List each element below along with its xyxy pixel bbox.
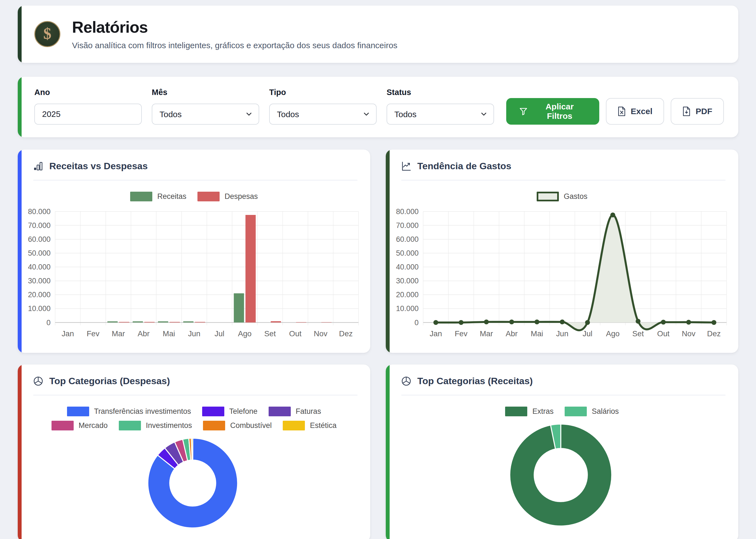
legend-swatch xyxy=(268,407,291,416)
svg-text:Nov: Nov xyxy=(314,329,327,338)
svg-text:80.000: 80.000 xyxy=(28,207,51,216)
svg-text:Set: Set xyxy=(632,329,644,338)
legend-swatch xyxy=(119,421,141,430)
status-select[interactable]: Todos xyxy=(387,104,494,125)
legend-swatch xyxy=(203,421,225,430)
svg-text:Ago: Ago xyxy=(606,329,620,338)
year-field-group: Ano xyxy=(34,88,142,125)
svg-text:Dez: Dez xyxy=(707,329,720,338)
legend-label: Estética xyxy=(310,421,337,430)
svg-text:Jul: Jul xyxy=(215,329,224,338)
legend-item[interactable]: Estética xyxy=(283,421,337,430)
svg-text:60.000: 60.000 xyxy=(28,235,51,244)
legend-item[interactable]: Gastos xyxy=(537,192,588,201)
legend-label: Combustível xyxy=(230,421,272,430)
svg-text:Jun: Jun xyxy=(556,329,568,338)
legend-swatch xyxy=(67,407,89,416)
legend-swatch xyxy=(202,407,224,416)
svg-text:Fev: Fev xyxy=(87,329,100,338)
type-select[interactable]: Todos xyxy=(269,104,377,125)
svg-text:Out: Out xyxy=(289,329,302,338)
divider xyxy=(401,395,725,396)
legend-label: Investimentos xyxy=(146,421,192,430)
funnel-icon xyxy=(519,107,528,116)
year-input[interactable] xyxy=(34,104,142,125)
month-label: Mês xyxy=(152,88,259,97)
legend-item[interactable]: Telefone xyxy=(202,407,258,416)
line-chart-plot: 010.00020.00030.00040.00050.00060.00070.… xyxy=(386,203,738,342)
line-chart-legend: Gastos xyxy=(404,192,720,201)
legend-item[interactable]: Receitas xyxy=(130,192,187,201)
divider xyxy=(401,180,725,181)
legend-item[interactable]: Extras xyxy=(505,407,554,416)
svg-text:Out: Out xyxy=(657,329,670,338)
type-label: Tipo xyxy=(269,88,377,97)
bar-chart-legend: ReceitasDespesas xyxy=(36,192,352,201)
divider xyxy=(33,180,357,181)
bar-chart-icon xyxy=(33,161,43,171)
expenses-donut-title: Top Categorias (Despesas) xyxy=(49,376,170,386)
line-chart-title: Tendência de Gastos xyxy=(417,161,511,172)
svg-text:Mar: Mar xyxy=(480,329,493,338)
svg-text:Mai: Mai xyxy=(531,329,543,338)
svg-text:20.000: 20.000 xyxy=(28,290,51,299)
type-field-group: Tipo Todos xyxy=(269,88,377,125)
svg-text:Mar: Mar xyxy=(112,329,125,338)
svg-text:Mai: Mai xyxy=(163,329,175,338)
legend-label: Despesas xyxy=(225,192,258,201)
svg-text:Jun: Jun xyxy=(188,329,200,338)
bar-chart-plot: 010.00020.00030.00040.00050.00060.00070.… xyxy=(18,203,370,342)
legend-swatch xyxy=(565,407,587,416)
svg-text:Abr: Abr xyxy=(138,329,150,338)
filters-card: Ano Mês Todos Tipo Todos xyxy=(18,77,738,137)
legend-swatch xyxy=(505,407,527,416)
page-header-card: $ Relatórios Visão analítica com filtros… xyxy=(18,6,738,63)
svg-text:30.000: 30.000 xyxy=(396,277,419,285)
pdf-file-icon xyxy=(682,106,691,116)
export-pdf-button[interactable]: PDF xyxy=(671,98,724,125)
svg-text:40.000: 40.000 xyxy=(396,263,419,271)
legend-item[interactable]: Salários xyxy=(565,407,619,416)
legend-label: Transferências investimentos xyxy=(94,407,191,416)
income-donut-title: Top Categorias (Receitas) xyxy=(417,376,533,386)
line-card-accent-bar xyxy=(386,150,390,353)
legend-swatch xyxy=(537,192,559,201)
legend-item[interactable]: Transferências investimentos xyxy=(67,407,191,416)
svg-text:Abr: Abr xyxy=(506,329,518,338)
legend-item[interactable]: Faturas xyxy=(268,407,321,416)
svg-text:50.000: 50.000 xyxy=(396,249,419,257)
export-excel-button[interactable]: Excel xyxy=(606,98,664,125)
legend-item[interactable]: Investimentos xyxy=(119,421,192,430)
legend-label: Faturas xyxy=(296,407,321,416)
svg-text:Jul: Jul xyxy=(583,329,592,338)
svg-text:70.000: 70.000 xyxy=(28,221,51,230)
legend-swatch xyxy=(130,192,152,201)
line-chart-card: Tendência de Gastos Gastos 010.00020.000… xyxy=(386,150,738,353)
income-donut-card: Top Categorias (Receitas) ExtrasSalários xyxy=(386,364,738,539)
month-select[interactable]: Todos xyxy=(152,104,259,125)
legend-item[interactable]: Despesas xyxy=(197,192,258,201)
legend-label: Receitas xyxy=(157,192,187,201)
charts-grid: Receitas vs Despesas ReceitasDespesas 01… xyxy=(18,150,738,539)
spreadsheet-file-icon xyxy=(618,106,626,116)
svg-text:20.000: 20.000 xyxy=(396,290,419,299)
divider xyxy=(33,395,357,396)
svg-text:50.000: 50.000 xyxy=(28,249,51,257)
dollar-coin-icon: $ xyxy=(43,26,51,41)
svg-text:0: 0 xyxy=(415,319,419,327)
expenses-card-accent-bar xyxy=(18,364,22,539)
svg-text:10.000: 10.000 xyxy=(28,304,51,313)
filter-actions: Aplicar Filtros Excel xyxy=(506,98,724,125)
income-donut-legend: ExtrasSalários xyxy=(404,407,720,416)
app-logo: $ xyxy=(34,21,60,47)
svg-text:Set: Set xyxy=(264,329,276,338)
apply-filters-button[interactable]: Aplicar Filtros xyxy=(506,98,599,125)
svg-text:0: 0 xyxy=(46,319,51,327)
svg-text:70.000: 70.000 xyxy=(396,221,419,230)
header-accent-bar xyxy=(18,6,22,63)
legend-item[interactable]: Mercado xyxy=(51,421,108,430)
legend-item[interactable]: Combustível xyxy=(203,421,272,430)
svg-text:Jan: Jan xyxy=(429,329,442,338)
legend-swatch xyxy=(51,421,74,430)
legend-swatch xyxy=(283,421,305,430)
